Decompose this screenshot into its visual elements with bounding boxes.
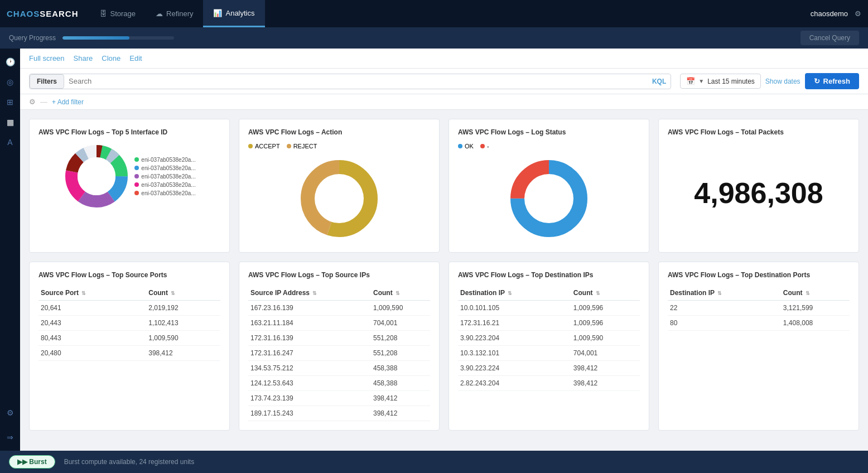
refresh-button[interactable]: ↻ Refresh bbox=[805, 73, 859, 89]
table-cell: 10.3.132.101 bbox=[458, 346, 571, 361]
filter-settings-icon[interactable]: ⚙ bbox=[29, 98, 36, 106]
svg-point-11 bbox=[315, 174, 364, 223]
share-button[interactable]: Share bbox=[74, 52, 93, 65]
table-cell: 2,019,192 bbox=[146, 301, 220, 316]
table-cell: 124.12.53.643 bbox=[248, 376, 371, 391]
storage-icon: 🗄 bbox=[100, 9, 107, 18]
nav-analytics[interactable]: 📊 Analytics bbox=[203, 0, 264, 27]
filters-label: Filters bbox=[30, 74, 64, 89]
table-cell: 2.82.243.204 bbox=[458, 376, 571, 391]
widget-source-ips: AWS VPC Flow Logs – Top Source IPs Sourc… bbox=[239, 262, 440, 431]
col-dest-port: Destination IP ⇅ bbox=[668, 286, 781, 301]
table-cell: 163.21.11.184 bbox=[248, 316, 371, 331]
table-cell: 1,009,590 bbox=[371, 301, 430, 316]
svg-point-15 bbox=[524, 174, 573, 223]
time-picker[interactable]: 📅 ▼ Last 15 minutes bbox=[680, 74, 761, 89]
table-row: 80,4431,009,590 bbox=[38, 331, 220, 346]
table-cell: 3.90.223.224 bbox=[458, 361, 571, 376]
table-dest-ports-body: 223,121,599801,408,008 bbox=[668, 301, 850, 331]
donut-interface: eni-037ab0538e20a... eni-037ab0538e20a..… bbox=[38, 143, 220, 210]
svg-point-7 bbox=[78, 157, 115, 195]
legend-interface: eni-037ab0538e20a... eni-037ab0538e20a..… bbox=[134, 157, 195, 196]
bottom-bar: ▶▶ Burst Burst compute available, 24 reg… bbox=[0, 451, 868, 473]
edit-button[interactable]: Edit bbox=[129, 52, 142, 65]
table-source-ports: Source Port ⇅ Count ⇅ 20,6412,019,19220,… bbox=[38, 286, 220, 361]
refinery-icon: ☁ bbox=[156, 9, 163, 18]
add-filter-button[interactable]: + Add filter bbox=[52, 98, 84, 106]
widget-source-ports: AWS VPC Flow Logs – Top Source Ports Sou… bbox=[29, 262, 230, 431]
kql-label: KQL bbox=[648, 78, 671, 85]
widget-title-packets: AWS VPC Flow Logs – Total Packets bbox=[668, 128, 850, 136]
table-cell: 458,388 bbox=[371, 361, 430, 376]
table-row: 20,4431,102,413 bbox=[38, 316, 220, 331]
table-cell: 3.90.223.204 bbox=[458, 331, 571, 346]
table-source-ips: Source IP Address ⇅ Count ⇅ 167.23.16.13… bbox=[248, 286, 430, 421]
table-cell: 3,121,599 bbox=[781, 301, 850, 316]
refresh-icon: ↻ bbox=[814, 77, 820, 85]
col-source-port: Source Port ⇅ bbox=[38, 286, 146, 301]
clone-button[interactable]: Clone bbox=[102, 52, 120, 65]
widget-interface-id: AWS VPC Flow Logs – Top 5 Interface ID bbox=[29, 119, 230, 253]
sidebar-icon-circle[interactable]: ◎ bbox=[1, 73, 19, 91]
nav-right: chaosdemo ⚙ bbox=[811, 9, 861, 18]
col-count-destport: Count ⇅ bbox=[781, 286, 850, 301]
table-row: 172.31.16.139551,208 bbox=[248, 331, 430, 346]
toolbar: Full screen Share Clone Edit bbox=[20, 49, 868, 69]
content-area: Full screen Share Clone Edit Filters KQL… bbox=[20, 49, 868, 473]
table-source-ips-body: 167.23.16.1391,009,590163.21.11.184704,0… bbox=[248, 301, 430, 421]
table-cell: 20,480 bbox=[38, 346, 146, 361]
query-progress-bar: Query Progress Cancel Query bbox=[0, 27, 868, 49]
sidebar-icon-arrow[interactable]: ⇒ bbox=[1, 428, 19, 446]
table-cell: 551,208 bbox=[371, 346, 430, 361]
filter-section: Filters KQL bbox=[29, 74, 671, 89]
sidebar-icon-grid[interactable]: ▦ bbox=[1, 113, 19, 131]
logo: CHAOSSEARCH bbox=[7, 9, 79, 18]
table-source-ports-body: 20,6412,019,19220,4431,102,41380,4431,00… bbox=[38, 301, 220, 361]
widget-dest-ips: AWS VPC Flow Logs – Top Destination IPs … bbox=[449, 262, 649, 431]
col-dest-ip: Destination IP ⇅ bbox=[458, 286, 571, 301]
table-dest-ports: Destination IP ⇅ Count ⇅ 223,121,599801,… bbox=[668, 286, 850, 331]
table-row: 172.31.16.211,009,596 bbox=[458, 316, 640, 331]
sidebar-icon-gear[interactable]: ⚙ bbox=[1, 404, 19, 422]
widget-title-srcips: AWS VPC Flow Logs – Top Source IPs bbox=[248, 271, 430, 279]
widget-total-packets: AWS VPC Flow Logs – Total Packets 4,986,… bbox=[658, 119, 859, 253]
widget-title-interface: AWS VPC Flow Logs – Top 5 Interface ID bbox=[38, 128, 220, 136]
table-cell: 167.23.16.139 bbox=[248, 301, 371, 316]
table-row: 189.17.15.243398,412 bbox=[248, 406, 430, 421]
table-row: 10.0.101.1051,009,596 bbox=[458, 301, 640, 316]
nav-storage[interactable]: 🗄 Storage bbox=[90, 0, 146, 27]
table-cell: 1,102,413 bbox=[146, 316, 220, 331]
donut-chart-action bbox=[300, 154, 378, 243]
sidebar-icon-clock[interactable]: 🕐 bbox=[1, 53, 19, 71]
settings-icon[interactable]: ⚙ bbox=[855, 9, 861, 18]
table-cell: 1,009,590 bbox=[146, 331, 220, 346]
table-cell: 704,001 bbox=[571, 346, 640, 361]
widget-action: AWS VPC Flow Logs – Action ACCEPT REJECT bbox=[239, 119, 440, 253]
search-input[interactable] bbox=[64, 74, 648, 88]
top-nav: CHAOSSEARCH 🗄 Storage ☁ Refinery 📊 Analy… bbox=[0, 0, 868, 27]
calendar-icon: 📅 bbox=[686, 77, 695, 85]
cancel-query-button[interactable]: Cancel Query bbox=[801, 31, 859, 45]
fullscreen-button[interactable]: Full screen bbox=[29, 52, 65, 65]
table-row: 801,408,008 bbox=[668, 316, 850, 331]
table-cell: 398,412 bbox=[371, 391, 430, 406]
table-row: 163.21.11.184704,001 bbox=[248, 316, 430, 331]
table-cell: 172.31.16.139 bbox=[248, 331, 371, 346]
donut-chart-interface bbox=[63, 143, 130, 210]
table-row: 167.23.16.1391,009,590 bbox=[248, 301, 430, 316]
table-cell: 1,009,596 bbox=[571, 316, 640, 331]
sidebar-icon-a[interactable]: A bbox=[1, 133, 19, 151]
burst-button[interactable]: ▶▶ Burst bbox=[9, 455, 55, 469]
table-cell: 80,443 bbox=[38, 331, 146, 346]
table-cell: 80 bbox=[668, 316, 781, 331]
table-row: 2.82.243.204398,412 bbox=[458, 376, 640, 391]
table-row: 10.3.132.101704,001 bbox=[458, 346, 640, 361]
sidebar-icon-layers[interactable]: ⊞ bbox=[1, 93, 19, 111]
query-progress-label: Query Progress bbox=[9, 34, 56, 42]
show-dates-button[interactable]: Show dates bbox=[765, 78, 801, 85]
table-row: 173.74.23.139398,412 bbox=[248, 391, 430, 406]
table-cell: 398,412 bbox=[146, 346, 220, 361]
widget-title-action: AWS VPC Flow Logs – Action bbox=[248, 128, 430, 136]
metric-value-packets: 4,986,308 bbox=[668, 143, 850, 243]
nav-refinery[interactable]: ☁ Refinery bbox=[146, 0, 203, 27]
